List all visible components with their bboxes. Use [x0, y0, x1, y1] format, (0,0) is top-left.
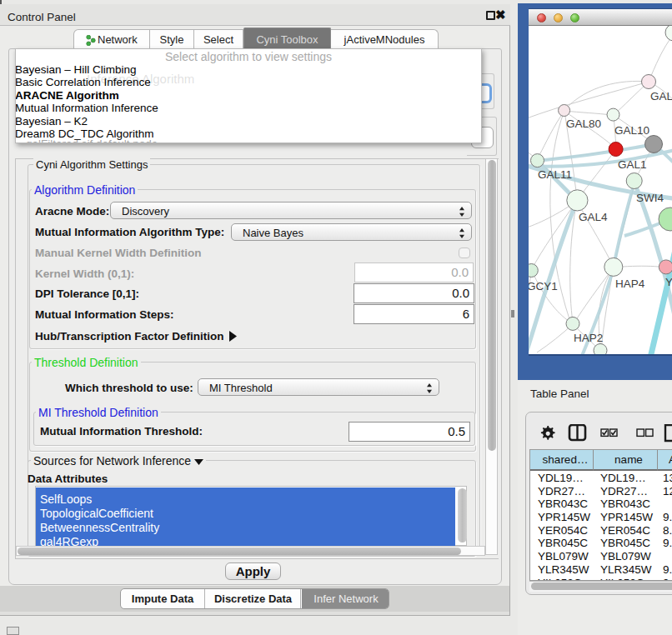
svg-text:GAL7: GAL7 [650, 90, 672, 102]
svg-text:GCY1: GCY1 [529, 280, 558, 292]
svg-text:HAP4: HAP4 [615, 278, 645, 290]
svg-text:GAL11: GAL11 [538, 168, 572, 181]
svg-text:YJ: YJ [665, 276, 672, 288]
svg-text:HAP2: HAP2 [574, 332, 603, 344]
svg-text:GAL1: GAL1 [618, 158, 647, 171]
svg-text:GAL4: GAL4 [579, 211, 608, 223]
svg-text:GAL10: GAL10 [614, 124, 649, 137]
svg-text:GAL80: GAL80 [566, 118, 601, 130]
svg-text:SWI4: SWI4 [636, 192, 664, 204]
